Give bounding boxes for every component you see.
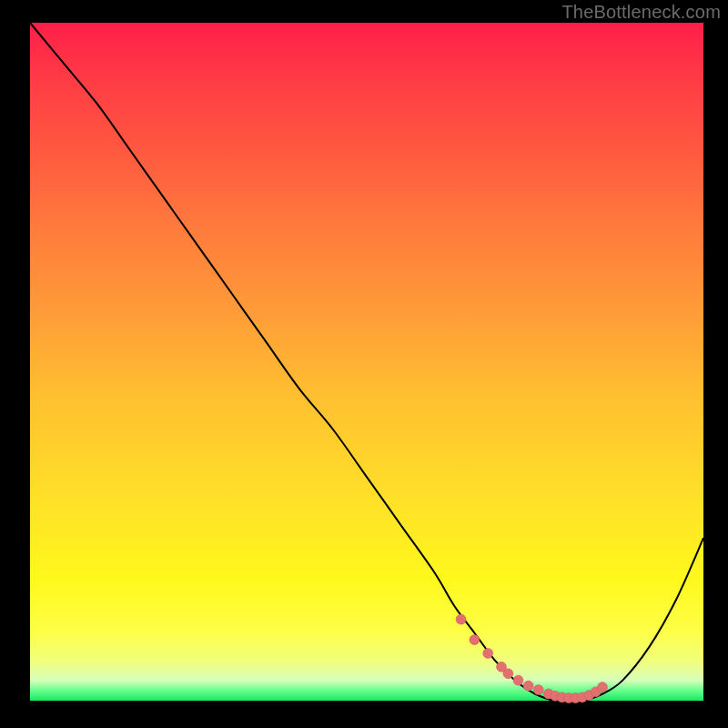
highlight-dots-group: [456, 614, 607, 703]
highlight-dot: [503, 669, 513, 679]
highlight-dot: [598, 682, 608, 693]
highlight-dot: [513, 675, 523, 685]
chart-svg: [30, 23, 703, 701]
highlight-dot: [523, 681, 533, 691]
highlight-dot: [533, 685, 543, 695]
highlight-dot: [470, 635, 480, 645]
watermark-text: TheBottleneck.com: [561, 2, 721, 23]
chart-frame: TheBottleneck.com: [0, 0, 728, 728]
bottleneck-curve: [30, 23, 703, 702]
highlight-dot: [456, 614, 466, 624]
plot-area: [30, 23, 703, 701]
highlight-dot: [483, 648, 493, 658]
